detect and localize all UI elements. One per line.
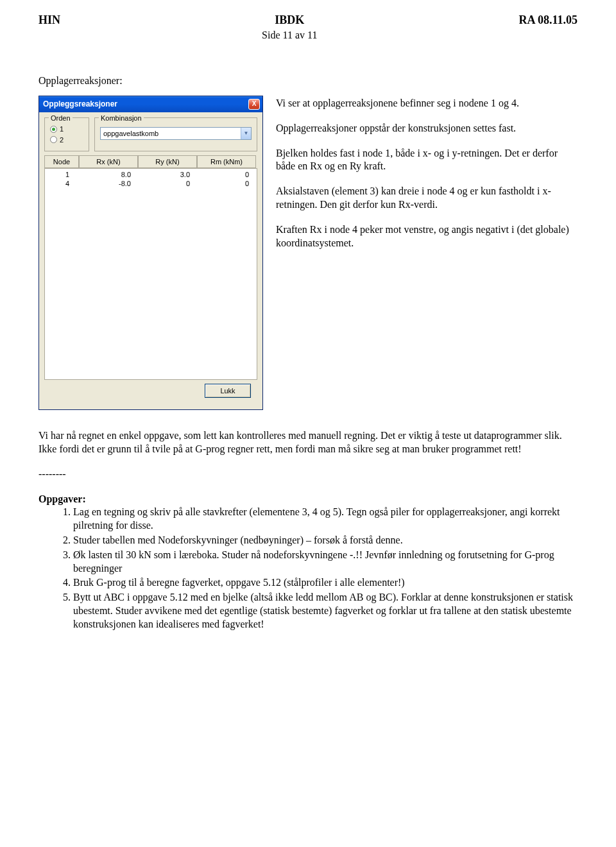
paragraph: Kraften Rx i node 4 peker mot venstre, o… xyxy=(276,223,578,250)
orden-opt1-label: 1 xyxy=(60,124,64,133)
section-title: Opplagerreaksjoner: xyxy=(38,74,578,88)
orden-radio-2[interactable]: 2 xyxy=(50,135,83,144)
header-center: IBDK xyxy=(60,13,518,28)
paragraph: Vi har nå regnet en enkel oppgave, som l… xyxy=(38,429,578,456)
header-center-wrap: IBDK Side 11 av 11 xyxy=(60,13,518,42)
cell-rx: 8.0 xyxy=(80,170,139,179)
cell-ry: 0 xyxy=(139,179,198,188)
cell-rm: 0 xyxy=(198,179,257,188)
header-right: RA 08.11.05 xyxy=(518,13,578,42)
orden-opt2-label: 2 xyxy=(60,135,64,144)
table-header: Node Rx (kN) Ry (kN) Rm (kNm) xyxy=(44,155,257,168)
table-row: 4 -8.0 0 0 xyxy=(45,179,257,188)
oppgaver-list: Lag en tegning og skriv på alle stavkref… xyxy=(58,506,578,631)
list-item: Øk lasten til 30 kN som i læreboka. Stud… xyxy=(73,549,578,576)
kombinasjon-dropdown[interactable]: oppgavelastkomb ▼ xyxy=(100,127,252,140)
page-header: HIN IBDK Side 11 av 11 RA 08.11.05 xyxy=(38,13,578,42)
th-rx: Rx (kN) xyxy=(79,155,138,168)
paragraph: Bjelken holdes fast i node 1, både i x- … xyxy=(276,147,578,174)
orden-radio-1[interactable]: 1 xyxy=(50,124,83,133)
th-node: Node xyxy=(44,155,79,168)
th-rm: Rm (kNm) xyxy=(197,155,256,168)
paragraph: Vi ser at opplagerreaksjonene befinner s… xyxy=(276,97,578,110)
cell-ry: 3.0 xyxy=(139,170,198,179)
dialog-titlebar: Oppleggsreaksjoner X xyxy=(39,96,262,112)
table-body: 1 8.0 3.0 0 4 -8.0 0 0 xyxy=(44,168,257,380)
chevron-down-icon: ▼ xyxy=(241,128,251,139)
list-item: Lag en tegning og skriv på alle stavkref… xyxy=(73,506,578,533)
lower-text: Vi har nå regnet en enkel oppgave, som l… xyxy=(38,429,578,631)
list-item: Bruk G-prog til å beregne fagverket, opp… xyxy=(73,576,578,590)
header-left: HIN xyxy=(38,13,60,42)
list-item: Studer tabellen med Nodeforskyvninger (n… xyxy=(73,534,578,547)
reactions-dialog: Oppleggsreaksjoner X Orden 1 2 xyxy=(38,96,263,410)
orden-legend: Orden xyxy=(49,114,73,123)
paragraph: Opplagerreaksjoner oppstår der konstruks… xyxy=(276,122,578,135)
cell-rm: 0 xyxy=(198,170,257,179)
close-button[interactable]: X xyxy=(248,99,260,110)
radio-icon xyxy=(50,126,57,133)
header-subpage: Side 11 av 11 xyxy=(60,29,518,42)
kombinasjon-value: oppgavelastkomb xyxy=(103,129,158,138)
description-text: Vi ser at opplagerreaksjonene befinner s… xyxy=(276,96,578,261)
list-item: Bytt ut ABC i oppgave 5.12 med en bjelke… xyxy=(73,591,578,631)
oppgaver-title: Oppgaver: xyxy=(38,493,86,504)
kombinasjon-fieldset: Kombinasjon oppgavelastkomb ▼ xyxy=(94,117,257,151)
table-row: 1 8.0 3.0 0 xyxy=(45,170,257,179)
lukk-button[interactable]: Lukk xyxy=(205,384,251,398)
orden-fieldset: Orden 1 2 xyxy=(44,117,89,151)
radio-icon xyxy=(50,136,57,143)
cell-node: 4 xyxy=(45,179,80,188)
kombinasjon-legend: Kombinasjon xyxy=(99,114,144,123)
cell-rx: -8.0 xyxy=(80,179,139,188)
cell-node: 1 xyxy=(45,170,80,179)
close-icon: X xyxy=(252,100,257,107)
paragraph: Aksialstaven (element 3) kan dreie i nod… xyxy=(276,185,578,212)
th-ry: Ry (kN) xyxy=(138,155,197,168)
separator-dashes: -------- xyxy=(38,468,578,481)
dialog-title: Oppleggsreaksjoner xyxy=(43,99,117,110)
